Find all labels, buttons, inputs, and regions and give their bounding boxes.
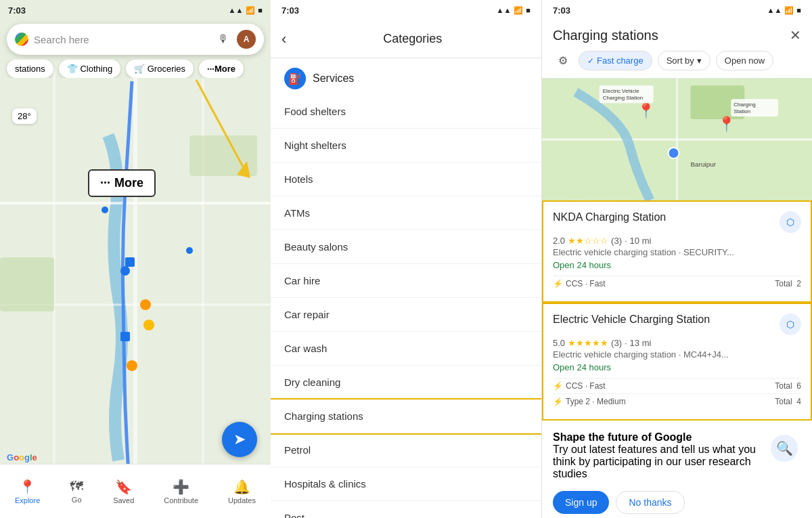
category-petrol[interactable]: Petrol xyxy=(271,433,541,467)
fast-charge-filter[interactable]: ✓ Fast charge xyxy=(579,51,652,70)
result-name-nkda: NKDA Charging Station xyxy=(553,211,780,223)
category-food-shelters[interactable]: Food shelters xyxy=(271,95,541,129)
svg-line-17 xyxy=(196,80,244,168)
callout-arrow xyxy=(183,73,264,181)
reviews-ev: (3) xyxy=(611,338,622,348)
result-rating-nkda: 2.0 ★★☆☆☆ (3) · 10 mi xyxy=(553,236,801,246)
categories-panel: 7:03 ▲▲ 📶 ■ ‹ Categories ⛽ Services Food… xyxy=(271,0,541,518)
svg-text:Electric Vehicle: Electric Vehicle xyxy=(603,88,640,94)
result-name-ev: Electric Vehicle Charging Station xyxy=(553,314,780,326)
svg-point-13 xyxy=(102,207,108,213)
svg-rect-9 xyxy=(125,257,135,267)
result-open-ev: Open 24 hours xyxy=(553,362,801,372)
back-button[interactable]: ‹ xyxy=(281,30,286,48)
battery-icon-2: ■ xyxy=(526,6,531,14)
temperature-badge: 28° xyxy=(12,108,37,124)
results-header: Charging stations ✕ ⚙ ✓ Fast charge Sort… xyxy=(542,20,812,79)
battery-icon: ■ xyxy=(258,6,263,14)
explore-icon: 📍 xyxy=(19,479,36,495)
signup-button[interactable]: Sign up xyxy=(553,491,609,514)
search-placeholder: Search here xyxy=(34,34,210,45)
category-car-wash[interactable]: Car wash xyxy=(271,332,541,366)
sort-button[interactable]: Sort by ▾ xyxy=(658,51,710,70)
user-avatar[interactable]: A xyxy=(237,30,256,49)
stars-nkda: ★★☆☆☆ xyxy=(568,236,608,246)
close-button[interactable]: ✕ xyxy=(790,27,801,43)
open-now-label: Open now xyxy=(725,56,765,66)
category-car-repair[interactable]: Car repair xyxy=(271,298,541,332)
category-atms[interactable]: ATMs xyxy=(271,196,541,230)
navigate-fab[interactable]: ➤ xyxy=(222,422,257,457)
filter-icon-button[interactable]: ⚙ xyxy=(553,50,573,71)
filter-row: ⚙ ✓ Fast charge Sort by ▾ Open now xyxy=(553,50,801,71)
category-night-shelters[interactable]: Night shelters xyxy=(271,129,541,163)
results-status-bar: 7:03 ▲▲ 📶 ■ xyxy=(542,0,812,20)
category-hospitals[interactable]: Hospitals & clinics xyxy=(271,467,541,501)
map-panel: 7:03 ▲▲ 📶 ■ Search here 🎙 A stations 👕 C… xyxy=(0,0,271,518)
categories-header: ‹ Categories xyxy=(271,20,541,58)
results-map-preview[interactable]: 📍 📍 Electric Vehicle Charging Station Ch… xyxy=(542,79,812,200)
svg-text:📍: 📍 xyxy=(717,115,736,133)
result-ev-station[interactable]: Electric Vehicle Charging Station ⬡ 5.0 … xyxy=(542,303,812,420)
categories-status-icons: ▲▲ 📶 ■ xyxy=(497,6,531,15)
result-desc-ev: Electric vehicle charging station · MC44… xyxy=(553,349,801,360)
chevron-down-icon: ▾ xyxy=(697,56,702,66)
category-car-hire[interactable]: Car hire xyxy=(271,264,541,298)
bolt-icon-2: ⚡ xyxy=(553,381,563,391)
search-bar[interactable]: Search here 🎙 A xyxy=(7,24,264,55)
sort-label: Sort by xyxy=(667,56,694,66)
more-label: More xyxy=(114,176,143,190)
services-icon: ⛽ xyxy=(284,68,306,89)
result-nkda[interactable]: NKDA Charging Station ⬡ 2.0 ★★☆☆☆ (3) · … xyxy=(542,200,812,303)
more-callout: ··· More xyxy=(88,169,156,197)
nav-contribute[interactable]: ➕ Contribute xyxy=(164,479,198,504)
signal-icon-2: ▲▲ xyxy=(497,6,512,14)
contribute-icon: ➕ xyxy=(173,479,189,495)
wifi-icon: 📶 xyxy=(246,6,255,15)
results-status-time: 7:03 xyxy=(553,5,570,16)
go-icon: 🗺 xyxy=(70,479,83,494)
charger-type2-total: Total 4 xyxy=(775,397,801,406)
pill-clothing[interactable]: 👕 Clothing xyxy=(59,60,120,78)
nothanks-button[interactable]: No thanks xyxy=(616,491,684,514)
category-charging-stations[interactable]: Charging stations xyxy=(271,400,541,433)
distance-separator: · xyxy=(625,236,627,246)
categories-status-time: 7:03 xyxy=(281,5,299,16)
category-post[interactable]: Post xyxy=(271,501,541,518)
svg-rect-6 xyxy=(0,257,54,311)
stars-ev: ★★★★★ xyxy=(568,338,608,348)
svg-point-11 xyxy=(120,266,130,276)
saved-icon: 🔖 xyxy=(115,479,132,495)
navigate-icon-nkda[interactable]: ⬡ xyxy=(780,211,801,233)
nav-updates[interactable]: 🔔 Updates xyxy=(228,479,256,504)
navigate-icon-ev[interactable]: ⬡ xyxy=(780,314,801,335)
results-panel: 7:03 ▲▲ 📶 ■ Charging stations ✕ ⚙ ✓ Fast… xyxy=(541,0,812,518)
pill-stations[interactable]: stations xyxy=(7,60,53,78)
result-header-ev: Electric Vehicle Charging Station ⬡ xyxy=(553,314,801,335)
signal-icon: ▲▲ xyxy=(229,6,244,14)
category-hotels[interactable]: Hotels xyxy=(271,163,541,196)
rating-value-ev: 5.0 xyxy=(553,338,565,348)
result-header-nkda: NKDA Charging Station ⬡ xyxy=(553,211,801,233)
distance-separator-2: · xyxy=(625,338,627,348)
charger-ccs-label: CCS · Fast xyxy=(566,279,606,288)
nav-go[interactable]: 🗺 Go xyxy=(70,479,83,504)
nav-explore[interactable]: 📍 Explore xyxy=(15,479,40,504)
signal-icon-3: ▲▲ xyxy=(767,6,782,14)
open-now-button[interactable]: Open now xyxy=(716,51,773,70)
promo-card: Shape the future of Google Try out lates… xyxy=(542,420,812,491)
category-dry-cleaning[interactable]: Dry cleaning xyxy=(271,366,541,400)
charger-type-ccs2: ⚡ CCS · Fast xyxy=(553,381,606,391)
mic-icon[interactable]: 🎙 xyxy=(214,30,233,49)
nav-saved[interactable]: 🔖 Saved xyxy=(113,479,134,504)
nav-go-label: Go xyxy=(72,496,82,504)
result-rating-ev: 5.0 ★★★★★ (3) · 13 mi xyxy=(553,338,801,348)
results-status-icons: ▲▲ 📶 ■ xyxy=(767,6,801,15)
svg-text:Station: Station xyxy=(734,108,750,114)
nav-updates-label: Updates xyxy=(228,496,256,504)
category-beauty-salons[interactable]: Beauty salons xyxy=(271,230,541,264)
updates-icon: 🔔 xyxy=(233,479,250,495)
charger-type-type2: ⚡ Type 2 · Medium xyxy=(553,397,626,406)
promo-actions: Sign up No thanks xyxy=(542,491,812,518)
svg-point-16 xyxy=(127,360,137,371)
